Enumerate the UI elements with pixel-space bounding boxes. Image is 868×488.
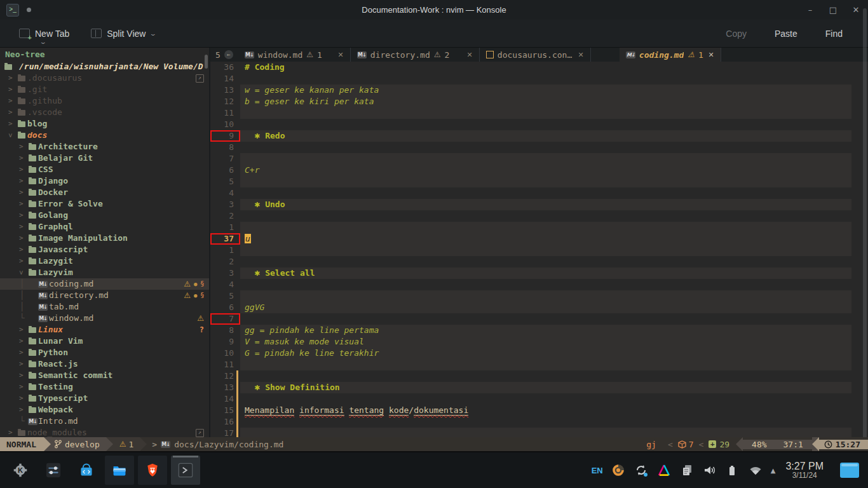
expand-arrow-icon[interactable]: >	[19, 141, 24, 152]
expand-arrow-icon[interactable]: >	[19, 198, 24, 210]
battery-icon[interactable]	[725, 463, 740, 478]
buffer-tab-coding-md[interactable]: M↓coding.md⚠1✕	[620, 48, 721, 62]
expand-arrow-icon[interactable]: >	[19, 152, 24, 164]
buffer-back-icon[interactable]: ←	[224, 50, 233, 59]
tree-item-docs[interactable]: >docs	[0, 130, 209, 141]
expand-arrow-icon[interactable]: >	[19, 164, 24, 175]
dolphin-icon	[112, 463, 127, 478]
sidebar-scrollbar[interactable]	[205, 55, 208, 69]
expand-arrow-icon[interactable]: >	[19, 404, 24, 416]
tree-item-django[interactable]: >Django	[0, 175, 209, 187]
tree-item--github[interactable]: >.github	[0, 95, 209, 107]
keyboard-layout-indicator[interactable]: EN	[592, 466, 603, 475]
expand-arrow-icon[interactable]: >	[8, 118, 13, 130]
cloud-app-icon[interactable]	[611, 463, 626, 478]
system-settings-launcher[interactable]	[39, 456, 68, 485]
brave-launcher[interactable]	[138, 456, 167, 485]
expand-arrow-icon[interactable]: >	[8, 107, 13, 118]
buffer-tab-directory-md[interactable]: M↓directory.md⚠2✕	[351, 48, 480, 62]
tree-item-lunar-vim[interactable]: >Lunar Vim	[0, 336, 209, 347]
expand-arrow-icon[interactable]: >	[19, 393, 24, 404]
tree-item-css[interactable]: >CSS	[0, 164, 209, 175]
tree-item-tab-md[interactable]: │M↓tab.md	[0, 301, 209, 313]
close-tab-icon[interactable]: ✕	[467, 51, 473, 59]
clipboard-icon[interactable]	[679, 463, 695, 478]
discover-launcher[interactable]	[72, 456, 101, 485]
tray-expander-icon[interactable]: ▲	[771, 467, 776, 474]
expand-arrow-icon[interactable]: >	[19, 255, 24, 267]
expand-arrow-icon[interactable]: >	[8, 95, 13, 107]
update-icon[interactable]	[634, 463, 649, 478]
tree-item-testing[interactable]: >Testing	[0, 381, 209, 393]
konsole-launcher[interactable]	[171, 456, 200, 485]
tree-item-webpack[interactable]: >Webpack	[0, 404, 209, 416]
tree-item--docusaurus[interactable]: >.docusaurus↗	[0, 72, 209, 84]
tree-item-intro-md[interactable]: └M↓Intro.md	[0, 416, 209, 427]
tree-item-semantic-commit[interactable]: >Semantic commit	[0, 370, 209, 381]
expand-arrow-icon[interactable]: >	[19, 347, 24, 358]
tree-item-react-js[interactable]: >React.js	[0, 358, 209, 370]
tree-item-docker[interactable]: >Docker	[0, 187, 209, 198]
split-view-button[interactable]: Split View ⌄	[86, 25, 161, 43]
tree-item-javascript[interactable]: >Javascript	[0, 244, 209, 255]
buffer-tab-docusaurus-config-[interactable]: docusaurus.config…✕	[480, 48, 591, 62]
expand-arrow-icon[interactable]: >	[4, 133, 16, 138]
terminal-scrollbar[interactable]	[863, 8, 867, 450]
expand-arrow-icon[interactable]: >	[19, 233, 24, 244]
folder-icon	[29, 339, 36, 344]
tree-item-linux[interactable]: >Linux?	[0, 324, 209, 336]
expand-arrow-icon[interactable]: >	[19, 324, 24, 336]
tree-item--run-media-wisnuharjanta-new-volume-d[interactable]: /run/media/wisnuharjanta/New Volume/D	[0, 61, 209, 72]
tree-item-lazygit[interactable]: >Lazygit	[0, 255, 209, 267]
copy-button[interactable]: Copy	[726, 29, 747, 39]
expand-arrow-icon[interactable]: >	[19, 175, 24, 187]
volume-icon[interactable]	[702, 463, 717, 478]
tree-item-lazyvim[interactable]: >Lazyvim	[0, 267, 209, 278]
network-wifi-icon[interactable]	[748, 463, 763, 478]
expand-arrow-icon[interactable]: >	[19, 370, 24, 381]
expand-arrow-icon[interactable]: >	[19, 187, 24, 198]
expand-arrow-icon[interactable]: >	[8, 84, 13, 95]
show-desktop-icon[interactable]	[840, 463, 859, 478]
maximize-button[interactable]: □	[826, 5, 840, 15]
close-tab-icon[interactable]: ✕	[709, 51, 714, 59]
dolphin-launcher[interactable]	[105, 456, 134, 485]
expand-arrow-icon[interactable]: >	[19, 221, 24, 233]
expand-arrow-icon[interactable]: >	[19, 336, 24, 347]
buffer-tab-window-md[interactable]: M↓window.md⚠1✕	[238, 48, 351, 62]
tree-item-belajar-git[interactable]: >Belajar Git	[0, 152, 209, 164]
taskbar-clock[interactable]: 3:27 PM 3/11/24	[785, 461, 824, 480]
tree-item-directory-md[interactable]: │M↓directory.md⚠●§	[0, 290, 209, 301]
tree-item-python[interactable]: >Python	[0, 347, 209, 358]
expand-arrow-icon[interactable]: >	[8, 72, 13, 84]
expand-arrow-icon[interactable]: >	[15, 271, 27, 275]
paste-button[interactable]: Paste	[775, 29, 797, 39]
minimize-button[interactable]: –	[803, 5, 817, 15]
kde-menu-launcher[interactable]: K	[6, 456, 35, 485]
git-branch-segment: develop	[51, 437, 106, 451]
tree-item-golang[interactable]: >Golang	[0, 210, 209, 221]
tree-item--git[interactable]: >.git	[0, 84, 209, 95]
tree-item-architecture[interactable]: >Architecture	[0, 141, 209, 152]
tree-item-error-solve[interactable]: >Error & Solve	[0, 198, 209, 210]
expand-arrow-icon[interactable]: >	[19, 210, 24, 221]
tree-item-graphql[interactable]: >Graphql	[0, 221, 209, 233]
tree-item-blog[interactable]: >blog	[0, 118, 209, 130]
close-button[interactable]: ✕	[849, 5, 863, 15]
expand-arrow-icon[interactable]: >	[19, 381, 24, 393]
expand-arrow-icon[interactable]: >	[19, 358, 24, 370]
find-button[interactable]: Find	[825, 29, 843, 39]
tree-item-typescript[interactable]: >Typescript	[0, 393, 209, 404]
close-tab-icon[interactable]: ✕	[338, 51, 344, 59]
logo-triangle-icon[interactable]	[656, 463, 672, 478]
editor-area[interactable]: 36# Coding1413w = geser ke kanan per kat…	[210, 62, 868, 437]
warning-icon: ⚠	[184, 290, 191, 301]
expand-arrow-icon[interactable]: >	[19, 244, 24, 255]
tree-item-window-md[interactable]: └M↓window.md⚠	[0, 313, 209, 324]
tree-item-image-manipulation[interactable]: >Image Manipulation	[0, 233, 209, 244]
tree-item--vscode[interactable]: >.vscode	[0, 107, 209, 118]
close-tab-icon[interactable]: ✕	[578, 51, 584, 59]
new-tab-button[interactable]: New Tab ⌄	[14, 25, 74, 43]
tree-item-coding-md[interactable]: │M↓coding.md⚠●§	[0, 278, 209, 290]
buffer-count-group: 5 ←	[210, 48, 238, 62]
